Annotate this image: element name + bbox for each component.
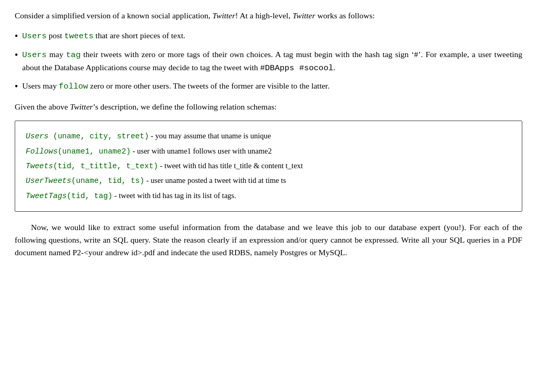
- bullet-2-text1: may: [47, 50, 66, 59]
- schema-tweettags-desc: - tweet with tid has tag in its list of …: [112, 191, 236, 200]
- list-item-2: • Users may tag their tweets with zero o…: [15, 48, 522, 74]
- schema-tweettags-params: (tid, tag): [67, 192, 112, 200]
- schema-tweets-desc: - tweet with tid has title t_title & con…: [158, 161, 303, 170]
- bullet-2-text3: .: [334, 63, 336, 72]
- term-follow: follow: [59, 82, 88, 91]
- schema-line-3: Tweets(tid, t_tittle, t_text) - tweet wi…: [26, 159, 511, 173]
- bullet-1-text2: that are short pieces of text.: [93, 31, 185, 40]
- schema-users-params: (uname, city, street): [49, 132, 149, 140]
- schema-usertweets-params: (uname, tid, ts): [71, 177, 144, 185]
- bullet-dot-3: •: [15, 80, 18, 93]
- intro-text-2: ! At a high-level,: [235, 11, 293, 20]
- schema-tweettags-italic: TweetTags: [26, 192, 67, 200]
- bullet-list: • Users post tweets that are short piece…: [15, 29, 522, 93]
- intro-text-3: works as follows:: [315, 11, 374, 20]
- term-users-1: Users: [22, 31, 47, 41]
- intro-twitter-1: Twitter: [212, 11, 235, 20]
- bullet-3-text1: Users may: [22, 81, 59, 90]
- schema-tweets-params: (tid, t_tittle, t_text): [53, 162, 158, 170]
- schema-tweets-italic: Tweets: [26, 162, 53, 170]
- intro-text-1: Consider a simplified version of a known…: [15, 11, 212, 20]
- transition-text-1: Given the above: [15, 102, 70, 111]
- term-tag: tag: [66, 50, 81, 60]
- term-users-2: Users: [22, 50, 47, 60]
- schema-line-2: Follows(uname1, uname2) - user with unam…: [26, 145, 511, 158]
- bullet-text-2: Users may tag their tweets with zero or …: [22, 48, 522, 74]
- intro-paragraph: Consider a simplified version of a known…: [15, 9, 522, 22]
- schema-line-1: Users (uname, city, street) - you may as…: [26, 129, 511, 143]
- schema-users-desc: - you may assume that uname is unique: [149, 132, 271, 140]
- schema-follows-desc: - user with uname1 follows user with una…: [131, 147, 272, 155]
- bullet-dot-2: •: [15, 48, 18, 62]
- closing-paragraph: Now, we would like to extract some usefu…: [15, 221, 522, 259]
- schema-follows-italic: Follows: [26, 147, 58, 156]
- schema-line-4: UserTweets(uname, tid, ts) - user uname …: [26, 174, 511, 188]
- bullet-text-3: Users may follow zero or more other user…: [22, 80, 522, 93]
- transition-text-2: ’s description, we define the following …: [93, 102, 276, 111]
- bullet-text-1: Users post tweets that are short pieces …: [22, 29, 522, 42]
- term-tweets: tweets: [64, 31, 93, 41]
- schema-box: Users (uname, city, street) - you may as…: [15, 121, 522, 212]
- schema-follows-params: (uname1, uname2): [58, 147, 131, 156]
- transition-paragraph: Given the above Twitter’s description, w…: [15, 101, 522, 113]
- transition-twitter: Twitter: [70, 102, 93, 111]
- code-dbapps: #DBApps #socool: [260, 63, 334, 73]
- bullet-dot-1: •: [15, 29, 18, 43]
- schema-line-5: TweetTags(tid, tag) - tweet with tid has…: [26, 189, 511, 203]
- list-item-1: • Users post tweets that are short piece…: [15, 29, 522, 43]
- bullet-3-text2: zero or more other users. The tweets of …: [88, 81, 330, 90]
- intro-twitter-2: Twitter: [293, 11, 316, 20]
- schema-usertweets-italic: UserTweets: [26, 177, 71, 185]
- schema-usertweets-desc: - user uname posted a tweet with tid at …: [144, 176, 286, 184]
- bullet-1-text1: post: [47, 31, 65, 40]
- schema-users-italic: Users: [26, 132, 49, 140]
- list-item-3: • Users may follow zero or more other us…: [15, 80, 522, 93]
